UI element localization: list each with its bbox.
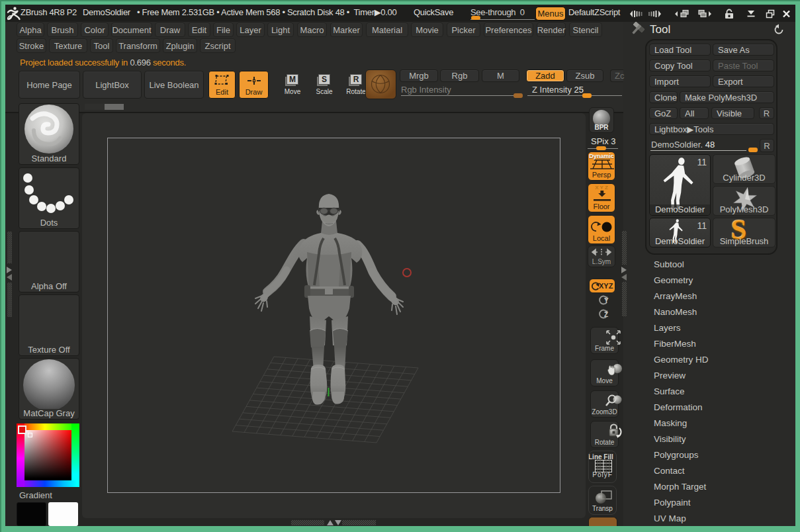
svg-text:BPR: BPR	[594, 124, 609, 131]
